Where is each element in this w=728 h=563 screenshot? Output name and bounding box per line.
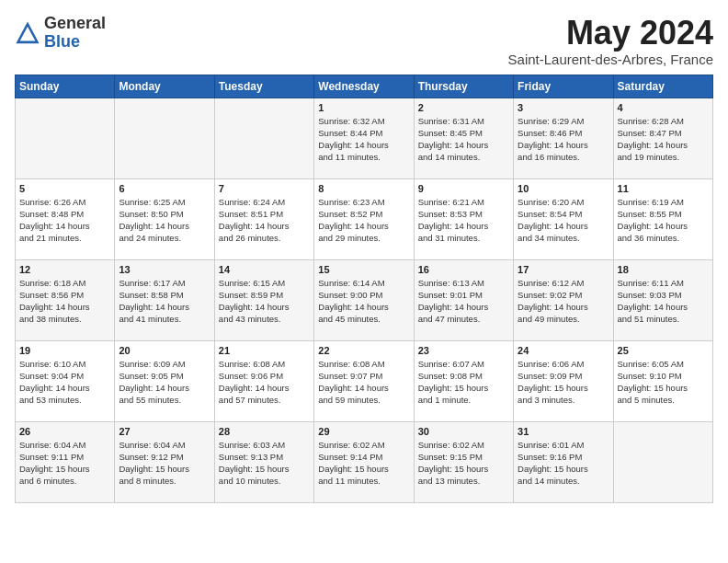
day-info: Sunrise: 6:21 AM Sunset: 8:53 PM Dayligh… <box>418 196 509 245</box>
logo: General Blue <box>15 15 106 52</box>
day-info: Sunrise: 6:02 AM Sunset: 9:15 PM Dayligh… <box>418 439 509 488</box>
day-number: 16 <box>418 264 509 275</box>
day-info: Sunrise: 6:07 AM Sunset: 9:08 PM Dayligh… <box>418 358 509 407</box>
calendar-day-cell: 26Sunrise: 6:04 AM Sunset: 9:11 PM Dayli… <box>16 421 115 502</box>
day-number: 8 <box>318 183 409 194</box>
day-info: Sunrise: 6:15 AM Sunset: 8:59 PM Dayligh… <box>219 277 310 326</box>
calendar-day-cell <box>16 98 115 178</box>
day-number: 21 <box>219 345 310 356</box>
day-info: Sunrise: 6:18 AM Sunset: 8:56 PM Dayligh… <box>19 277 110 326</box>
calendar-day-cell: 1Sunrise: 6:32 AM Sunset: 8:44 PM Daylig… <box>314 98 414 178</box>
day-info: Sunrise: 6:19 AM Sunset: 8:55 PM Dayligh… <box>618 196 709 245</box>
day-number: 24 <box>518 345 609 356</box>
day-info: Sunrise: 6:31 AM Sunset: 8:45 PM Dayligh… <box>418 115 509 164</box>
day-info: Sunrise: 6:04 AM Sunset: 9:11 PM Dayligh… <box>19 439 110 488</box>
calendar-day-cell: 14Sunrise: 6:15 AM Sunset: 8:59 PM Dayli… <box>214 259 313 340</box>
calendar-day-cell: 3Sunrise: 6:29 AM Sunset: 8:46 PM Daylig… <box>514 98 613 178</box>
calendar-day-cell: 7Sunrise: 6:24 AM Sunset: 8:51 PM Daylig… <box>214 178 313 259</box>
calendar-day-cell <box>115 98 214 178</box>
day-number: 14 <box>219 264 310 275</box>
day-info: Sunrise: 6:25 AM Sunset: 8:50 PM Dayligh… <box>119 196 210 245</box>
day-info: Sunrise: 6:17 AM Sunset: 8:58 PM Dayligh… <box>119 277 210 326</box>
day-number: 10 <box>518 183 609 194</box>
calendar-day-cell: 31Sunrise: 6:01 AM Sunset: 9:16 PM Dayli… <box>514 421 613 502</box>
day-info: Sunrise: 6:02 AM Sunset: 9:14 PM Dayligh… <box>318 439 409 488</box>
day-number: 26 <box>19 426 110 437</box>
calendar-day-cell: 11Sunrise: 6:19 AM Sunset: 8:55 PM Dayli… <box>613 178 712 259</box>
weekday-header-cell: Wednesday <box>314 75 414 98</box>
day-number: 7 <box>219 183 310 194</box>
calendar-week-row: 1Sunrise: 6:32 AM Sunset: 8:44 PM Daylig… <box>16 98 713 178</box>
calendar-day-cell: 30Sunrise: 6:02 AM Sunset: 9:15 PM Dayli… <box>414 421 513 502</box>
day-number: 31 <box>518 426 609 437</box>
day-info: Sunrise: 6:11 AM Sunset: 9:03 PM Dayligh… <box>618 277 709 326</box>
day-info: Sunrise: 6:24 AM Sunset: 8:51 PM Dayligh… <box>219 196 310 245</box>
calendar-body: 1Sunrise: 6:32 AM Sunset: 8:44 PM Daylig… <box>16 98 713 502</box>
logo-blue: Blue <box>44 32 80 51</box>
day-info: Sunrise: 6:20 AM Sunset: 8:54 PM Dayligh… <box>518 196 609 245</box>
day-info: Sunrise: 6:26 AM Sunset: 8:48 PM Dayligh… <box>19 196 110 245</box>
calendar-day-cell: 9Sunrise: 6:21 AM Sunset: 8:53 PM Daylig… <box>414 178 513 259</box>
calendar-week-row: 12Sunrise: 6:18 AM Sunset: 8:56 PM Dayli… <box>16 259 713 340</box>
day-number: 25 <box>618 345 709 356</box>
day-number: 17 <box>518 264 609 275</box>
day-info: Sunrise: 6:08 AM Sunset: 9:06 PM Dayligh… <box>219 358 310 407</box>
calendar-day-cell: 24Sunrise: 6:06 AM Sunset: 9:09 PM Dayli… <box>514 340 613 421</box>
day-number: 1 <box>318 102 409 113</box>
weekday-header-cell: Friday <box>514 75 613 98</box>
day-number: 19 <box>19 345 110 356</box>
calendar-day-cell: 27Sunrise: 6:04 AM Sunset: 9:12 PM Dayli… <box>115 421 214 502</box>
day-number: 6 <box>119 183 210 194</box>
day-info: Sunrise: 6:12 AM Sunset: 9:02 PM Dayligh… <box>518 277 609 326</box>
day-info: Sunrise: 6:08 AM Sunset: 9:07 PM Dayligh… <box>318 358 409 407</box>
calendar-day-cell: 17Sunrise: 6:12 AM Sunset: 9:02 PM Dayli… <box>514 259 613 340</box>
day-info: Sunrise: 6:13 AM Sunset: 9:01 PM Dayligh… <box>418 277 509 326</box>
day-number: 2 <box>418 102 509 113</box>
logo-general: General <box>44 14 106 32</box>
calendar-table: SundayMondayTuesdayWednesdayThursdayFrid… <box>15 75 713 503</box>
calendar-day-cell: 28Sunrise: 6:03 AM Sunset: 9:13 PM Dayli… <box>214 421 313 502</box>
title-block: May 2024 Saint-Laurent-des-Arbres, Franc… <box>508 15 713 67</box>
page-header: General Blue May 2024 Saint-Laurent-des-… <box>15 15 713 67</box>
day-number: 27 <box>119 426 210 437</box>
day-info: Sunrise: 6:04 AM Sunset: 9:12 PM Dayligh… <box>119 439 210 488</box>
location-subtitle: Saint-Laurent-des-Arbres, France <box>508 52 713 67</box>
day-number: 12 <box>19 264 110 275</box>
day-number: 22 <box>318 345 409 356</box>
day-number: 20 <box>119 345 210 356</box>
weekday-header-cell: Thursday <box>414 75 513 98</box>
day-number: 13 <box>119 264 210 275</box>
calendar-day-cell: 2Sunrise: 6:31 AM Sunset: 8:45 PM Daylig… <box>414 98 513 178</box>
weekday-header-cell: Tuesday <box>214 75 313 98</box>
logo-icon <box>15 20 40 46</box>
calendar-day-cell: 21Sunrise: 6:08 AM Sunset: 9:06 PM Dayli… <box>214 340 313 421</box>
day-info: Sunrise: 6:28 AM Sunset: 8:47 PM Dayligh… <box>618 115 709 164</box>
calendar-week-row: 19Sunrise: 6:10 AM Sunset: 9:04 PM Dayli… <box>16 340 713 421</box>
calendar-day-cell: 8Sunrise: 6:23 AM Sunset: 8:52 PM Daylig… <box>314 178 414 259</box>
day-info: Sunrise: 6:29 AM Sunset: 8:46 PM Dayligh… <box>518 115 609 164</box>
calendar-week-row: 26Sunrise: 6:04 AM Sunset: 9:11 PM Dayli… <box>16 421 713 502</box>
calendar-day-cell: 29Sunrise: 6:02 AM Sunset: 9:14 PM Dayli… <box>314 421 414 502</box>
day-info: Sunrise: 6:23 AM Sunset: 8:52 PM Dayligh… <box>318 196 409 245</box>
calendar-day-cell: 23Sunrise: 6:07 AM Sunset: 9:08 PM Dayli… <box>414 340 513 421</box>
calendar-day-cell: 19Sunrise: 6:10 AM Sunset: 9:04 PM Dayli… <box>16 340 115 421</box>
day-info: Sunrise: 6:09 AM Sunset: 9:05 PM Dayligh… <box>119 358 210 407</box>
day-number: 23 <box>418 345 509 356</box>
weekday-header-cell: Sunday <box>16 75 115 98</box>
day-info: Sunrise: 6:05 AM Sunset: 9:10 PM Dayligh… <box>618 358 709 407</box>
calendar-day-cell <box>214 98 313 178</box>
day-info: Sunrise: 6:32 AM Sunset: 8:44 PM Dayligh… <box>318 115 409 164</box>
weekday-header-cell: Saturday <box>613 75 712 98</box>
calendar-day-cell: 13Sunrise: 6:17 AM Sunset: 8:58 PM Dayli… <box>115 259 214 340</box>
day-number: 3 <box>518 102 609 113</box>
calendar-week-row: 5Sunrise: 6:26 AM Sunset: 8:48 PM Daylig… <box>16 178 713 259</box>
day-number: 5 <box>19 183 110 194</box>
day-number: 9 <box>418 183 509 194</box>
day-info: Sunrise: 6:01 AM Sunset: 9:16 PM Dayligh… <box>518 439 609 488</box>
calendar-day-cell: 10Sunrise: 6:20 AM Sunset: 8:54 PM Dayli… <box>514 178 613 259</box>
day-number: 15 <box>318 264 409 275</box>
calendar-day-cell: 4Sunrise: 6:28 AM Sunset: 8:47 PM Daylig… <box>613 98 712 178</box>
calendar-day-cell: 5Sunrise: 6:26 AM Sunset: 8:48 PM Daylig… <box>16 178 115 259</box>
day-info: Sunrise: 6:14 AM Sunset: 9:00 PM Dayligh… <box>318 277 409 326</box>
calendar-day-cell <box>613 421 712 502</box>
